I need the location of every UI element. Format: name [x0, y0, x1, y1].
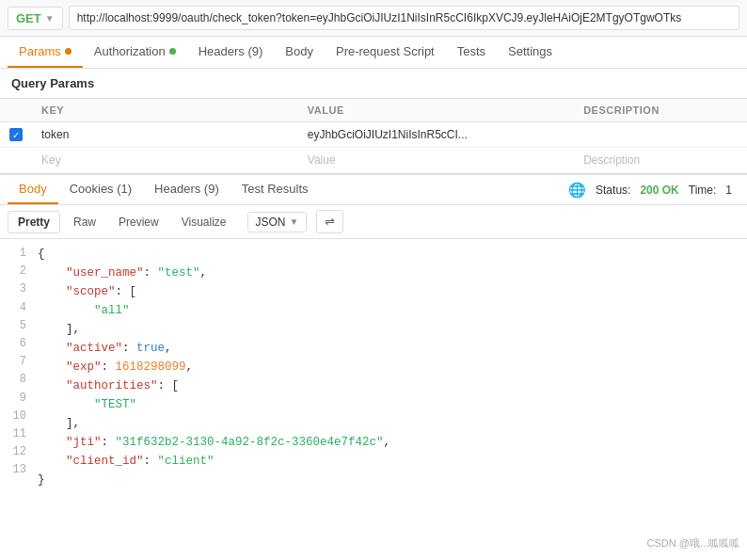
format-bar: Pretty Raw Preview Visualize JSON ▼ ⇌: [0, 205, 747, 239]
settings-label: Settings: [508, 44, 552, 58]
query-params-header: Query Params: [0, 69, 747, 99]
row-key[interactable]: token: [32, 122, 298, 148]
wrap-icon: ⇌: [325, 215, 335, 229]
status-label: Status:: [596, 184, 630, 197]
placeholder-desc[interactable]: Description: [574, 148, 747, 173]
code-line-12: "client_id": "client": [38, 452, 743, 471]
table-row: ✓ token eyJhbGciOiJIUzI1NiIsInR5cCI...: [0, 122, 747, 148]
code-line-7: "exp": 1618298099,: [38, 358, 743, 376]
code-line-13: }: [38, 471, 743, 489]
url-bar: GET ▼: [0, 0, 747, 37]
format-raw[interactable]: Raw: [64, 212, 105, 232]
format-pretty[interactable]: Pretty: [8, 211, 60, 233]
row-value[interactable]: eyJhbGciOiJIUzI1NiIsInR5cCI...: [298, 122, 574, 148]
tests-label: Tests: [457, 44, 485, 58]
format-preview[interactable]: Preview: [109, 212, 168, 232]
wrap-button[interactable]: ⇌: [316, 210, 343, 233]
authorization-label: Authorization: [94, 44, 166, 58]
response-area: Body Cookies (1) Headers (9) Test Result…: [0, 173, 747, 495]
url-input[interactable]: [69, 6, 739, 30]
params-table: KEY VALUE DESCRIPTION ✓ token eyJhbGciOi…: [0, 99, 747, 173]
line-numbers: 12345 678910 111213: [0, 245, 34, 489]
tab-prerequest[interactable]: Pre-request Script: [325, 37, 446, 68]
format-visualize[interactable]: Visualize: [172, 212, 236, 232]
code-line-2: "user_name": "test",: [38, 264, 743, 282]
tab-params[interactable]: Params: [8, 37, 83, 68]
response-tab-body[interactable]: Body: [8, 175, 58, 204]
col-header-desc: DESCRIPTION: [574, 99, 747, 122]
authorization-dot: [169, 48, 176, 55]
tab-settings[interactable]: Settings: [497, 37, 564, 68]
response-tabs: Body Cookies (1) Headers (9) Test Result…: [0, 175, 747, 205]
time-value: 1: [725, 184, 732, 197]
code-line-10: ],: [38, 414, 743, 433]
response-tab-headers[interactable]: Headers (9): [143, 175, 230, 204]
code-line-3: "scope": [: [38, 282, 743, 301]
body-label: Body: [285, 44, 313, 58]
tab-tests[interactable]: Tests: [446, 37, 497, 68]
response-tab-cookies[interactable]: Cookies (1): [58, 175, 143, 204]
json-label: JSON: [256, 216, 286, 229]
method-label: GET: [16, 11, 41, 25]
code-line-8: "authorities": [: [38, 376, 743, 395]
code-line-5: ],: [38, 320, 743, 339]
tab-body[interactable]: Body: [274, 37, 325, 68]
globe-icon: 🌐: [568, 182, 586, 199]
code-line-1: {: [38, 245, 743, 264]
code-display: 12345 678910 111213 { "user_name": "test…: [0, 239, 747, 495]
method-arrow: ▼: [45, 13, 55, 24]
request-tabs: Params Authorization Headers (9) Body Pr…: [0, 37, 747, 69]
code-line-6: "active": true,: [38, 339, 743, 358]
code-line-11: "jti": "31f632b2-3130-4a92-8f2c-3360e4e7…: [38, 433, 743, 452]
code-line-9: "TEST": [38, 395, 743, 414]
status-value: 200 OK: [640, 184, 678, 197]
json-format-select[interactable]: JSON ▼: [247, 212, 308, 232]
placeholder-value[interactable]: Value: [298, 148, 574, 173]
table-row-placeholder: Key Value Description: [0, 148, 747, 173]
headers-label: Headers (9): [199, 44, 263, 58]
placeholder-key[interactable]: Key: [32, 148, 298, 173]
tab-authorization[interactable]: Authorization: [83, 37, 187, 68]
prerequest-label: Pre-request Script: [336, 44, 435, 58]
row-desc[interactable]: [574, 122, 747, 148]
method-select[interactable]: GET ▼: [8, 7, 63, 30]
code-line-4: "all": [38, 301, 743, 320]
time-label: Time:: [689, 184, 717, 197]
code-content: { "user_name": "test", "scope": [ "all" …: [34, 245, 747, 489]
row-checkbox[interactable]: ✓: [9, 128, 23, 141]
params-dot: [65, 48, 72, 55]
response-status: 🌐 Status: 200 OK Time: 1: [568, 182, 739, 199]
tab-headers[interactable]: Headers (9): [187, 37, 275, 68]
col-header-key: KEY: [32, 99, 298, 122]
col-header-value: VALUE: [298, 99, 574, 122]
json-arrow: ▼: [290, 216, 299, 227]
response-tab-testresults[interactable]: Test Results: [230, 175, 320, 204]
params-label: Params: [19, 44, 61, 58]
watermark: CSDN @哦...呱呱呱: [646, 536, 739, 551]
